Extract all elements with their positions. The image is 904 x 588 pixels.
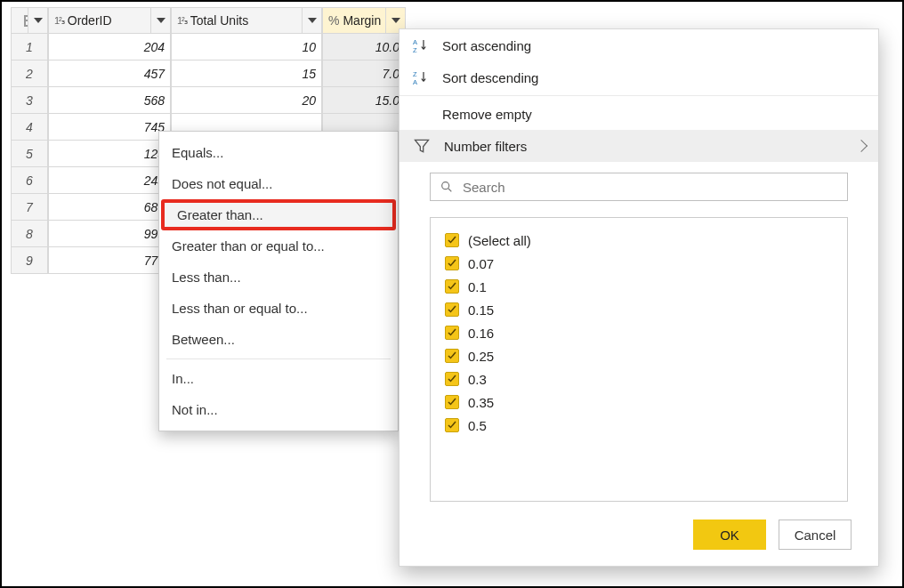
- sort-asc-label: Sort ascending: [442, 38, 531, 53]
- menu-separator: [166, 358, 391, 359]
- checkbox-checked-icon[interactable]: [445, 326, 459, 340]
- checkbox-checked-icon[interactable]: [445, 302, 459, 317]
- search-icon: [440, 180, 454, 194]
- cell-orderid[interactable]: 457: [48, 60, 171, 87]
- sort-desc-label: Sort descending: [442, 70, 538, 85]
- filter-value-label: 0.25: [468, 349, 494, 364]
- column-filter-panel: AZ Sort ascending ZA Sort descending Rem…: [399, 28, 879, 567]
- filter-greaterthan[interactable]: Greater than...: [161, 199, 396, 230]
- filter-value-item[interactable]: 0.35: [445, 391, 833, 414]
- filter-lessthan[interactable]: Less than...: [159, 262, 398, 293]
- table-row[interactable]: 35682015.0: [11, 87, 404, 114]
- filter-value-item[interactable]: 0.15: [445, 298, 833, 321]
- row-number: 3: [11, 87, 48, 114]
- column-label: OrderID: [68, 13, 112, 28]
- table-row[interactable]: 12041010.0: [11, 34, 404, 60]
- checkbox-checked-icon[interactable]: [445, 395, 459, 409]
- filter-value-label: (Select all): [468, 233, 531, 248]
- filter-value-label: 0.5: [468, 418, 487, 433]
- filter-in[interactable]: In...: [159, 363, 398, 394]
- cell-totalunits[interactable]: 20: [171, 87, 322, 114]
- row-number: 1: [11, 34, 48, 60]
- checkbox-checked-icon[interactable]: [445, 256, 459, 270]
- cell-margin[interactable]: 10.0: [322, 34, 406, 60]
- checkbox-checked-icon[interactable]: [445, 349, 459, 363]
- sort-ascending[interactable]: AZ Sort ascending: [400, 29, 878, 61]
- cell-margin[interactable]: 15.0: [322, 87, 406, 114]
- number-filters-submenu: Equals... Does not equal... Greater than…: [158, 131, 399, 431]
- ok-button[interactable]: OK: [693, 520, 766, 550]
- number-type-icon: 1²₃: [54, 15, 64, 27]
- number-filters-label: Number filters: [444, 139, 527, 154]
- svg-text:Z: Z: [413, 70, 417, 78]
- cell-orderid[interactable]: 125: [48, 141, 171, 167]
- cell-orderid[interactable]: 745: [48, 114, 171, 141]
- filter-between[interactable]: Between...: [159, 324, 398, 355]
- filter-value-item[interactable]: 0.1: [445, 275, 833, 298]
- filter-value-label: 0.35: [468, 395, 494, 410]
- number-filters[interactable]: Number filters: [400, 130, 878, 162]
- remove-empty-label: Remove empty: [442, 107, 532, 122]
- filter-value-item[interactable]: 0.3: [445, 367, 833, 391]
- column-header-totalunits[interactable]: 1²₃ Total Units: [171, 7, 322, 34]
- filter-search-input[interactable]: [461, 179, 838, 196]
- cancel-button[interactable]: Cancel: [779, 520, 852, 550]
- row-number: 6: [11, 167, 48, 194]
- filter-value-label: 0.3: [468, 372, 487, 387]
- sort-descending[interactable]: ZA Sort descending: [400, 61, 878, 93]
- remove-empty[interactable]: Remove empty: [400, 98, 878, 130]
- filter-value-label: 0.07: [468, 256, 494, 271]
- number-type-icon: 1²₃: [177, 15, 187, 27]
- filter-value-item[interactable]: 0.16: [445, 321, 833, 344]
- cell-totalunits[interactable]: 10: [171, 34, 322, 60]
- checkbox-checked-icon[interactable]: [445, 372, 459, 386]
- filter-values-list: (Select all) 0.070.10.150.160.250.30.350…: [430, 217, 848, 502]
- cell-totalunits[interactable]: 15: [171, 60, 322, 87]
- table-row[interactable]: 2457157.0: [11, 60, 404, 87]
- grid-corner[interactable]: [11, 7, 48, 34]
- column-filter-dropdown[interactable]: [150, 8, 170, 33]
- checkbox-checked-icon[interactable]: [445, 418, 459, 432]
- filter-value-label: 0.16: [468, 326, 494, 341]
- chevron-right-icon: [855, 140, 868, 152]
- checkbox-checked-icon[interactable]: [445, 279, 459, 294]
- cell-orderid[interactable]: 204: [48, 34, 171, 60]
- filter-doesnotequal[interactable]: Does not equal...: [159, 168, 398, 199]
- column-header-orderid[interactable]: 1²₃ OrderID: [48, 7, 171, 34]
- cell-orderid[interactable]: 687: [48, 194, 171, 221]
- filter-icon: [412, 136, 432, 156]
- filter-notin[interactable]: Not in...: [159, 394, 398, 425]
- cell-margin[interactable]: 7.0: [322, 60, 406, 87]
- checkbox-checked-icon[interactable]: [445, 233, 459, 247]
- chevron-down-icon: [34, 18, 43, 23]
- svg-text:A: A: [413, 38, 417, 46]
- cell-orderid[interactable]: 777: [48, 247, 171, 274]
- svg-point-4: [442, 182, 449, 189]
- cell-orderid[interactable]: 245: [48, 167, 171, 194]
- filter-search[interactable]: [430, 173, 848, 201]
- filter-gte[interactable]: Greater than or equal to...: [159, 230, 398, 262]
- cell-orderid[interactable]: 568: [48, 87, 171, 114]
- chevron-down-icon: [391, 18, 400, 23]
- column-label: Margin: [343, 13, 381, 28]
- filter-value-label: 0.1: [468, 279, 487, 294]
- filter-value-label: 0.15: [468, 302, 494, 318]
- filter-lte[interactable]: Less than or equal to...: [159, 293, 398, 324]
- row-number: 9: [11, 247, 48, 274]
- svg-text:A: A: [413, 78, 417, 86]
- chevron-down-icon: [157, 18, 165, 23]
- row-number: 7: [11, 194, 48, 221]
- row-number: 8: [11, 221, 48, 247]
- filter-value-item[interactable]: 0.25: [445, 344, 833, 367]
- chevron-down-icon: [308, 18, 317, 23]
- column-header-margin[interactable]: % Margin: [322, 7, 406, 34]
- filter-value-item[interactable]: 0.07: [445, 252, 833, 275]
- table-menu-dropdown[interactable]: [28, 8, 47, 33]
- filter-value-item[interactable]: 0.5: [445, 414, 833, 437]
- filter-equals[interactable]: Equals...: [159, 137, 398, 168]
- filter-value-selectall[interactable]: (Select all): [445, 229, 833, 252]
- column-filter-dropdown[interactable]: [302, 8, 321, 33]
- cell-orderid[interactable]: 999: [48, 221, 171, 247]
- menu-separator: [400, 95, 878, 96]
- row-number: 5: [11, 141, 48, 167]
